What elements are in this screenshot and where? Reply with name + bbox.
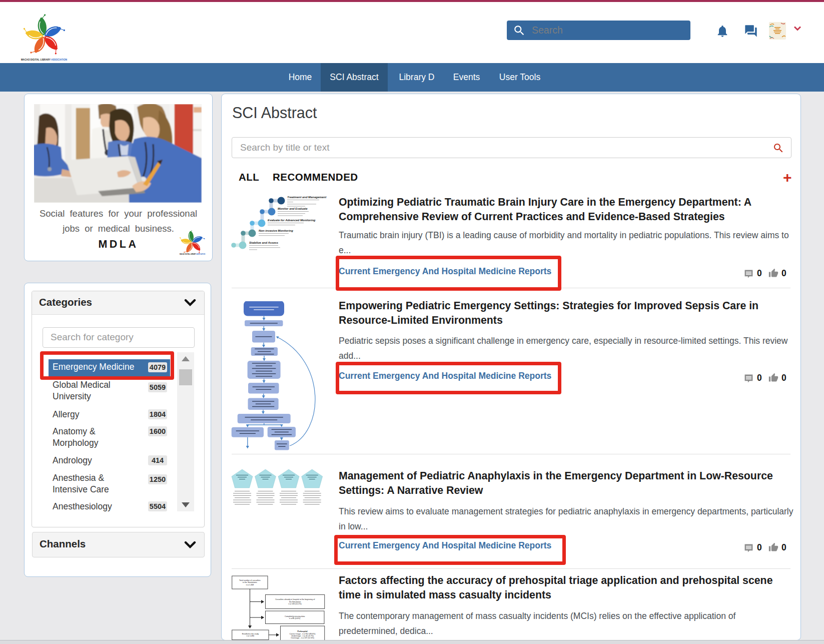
- svg-text:n = 1,090: n = 1,090: [247, 635, 254, 637]
- svg-text:Correct triage - n = 912 (83.6: Correct triage - n = 912 (83.6%): [290, 633, 316, 635]
- svg-text:Completely missing data: Completely missing data: [285, 615, 305, 617]
- svg-text:Total number of casualties: Total number of casualties: [239, 579, 261, 581]
- svg-text:in the Simulations: in the Simulations: [243, 581, 257, 583]
- svg-text:Monitor and Evaluate: Monitor and Evaluate: [278, 207, 308, 210]
- svg-text:the Simulation: the Simulation: [289, 601, 301, 603]
- svg-text:Treatment and Management: Treatment and Management: [287, 196, 327, 199]
- svg-text:n = 133 (10.1%): n = 133 (10.1%): [288, 603, 301, 605]
- svg-text:Casualties already in hospital: Casualties already in hospital at the be…: [275, 598, 315, 600]
- svg-text:n = 86 (6.6%): n = 86 (6.6%): [289, 617, 300, 619]
- svg-text:Non-invasive Monitoring: Non-invasive Monitoring: [259, 229, 293, 232]
- svg-text:Stabilize and Assess: Stabilize and Assess: [249, 241, 279, 244]
- svg-text:n = 1,308: n = 1,308: [246, 584, 254, 586]
- svg-text:Undertriage - n = 41 (3.7%): Undertriage - n = 41 (3.7%): [291, 635, 314, 637]
- svg-text:Evaluate for Advanced Monitori: Evaluate for Advanced Monitoring: [268, 219, 316, 222]
- svg-text:Prehospital: Prehospital: [298, 630, 308, 632]
- svg-text:Enrolled in the study: Enrolled in the study: [242, 633, 259, 635]
- svg-text:MACAO DIGITAL LIBRARY ASSOCIAT: MACAO DIGITAL LIBRARY ASSOCIATION: [180, 253, 205, 255]
- svg-text:MACAO DIGITAL LIBRARY ASSOCIAT: MACAO DIGITAL LIBRARY ASSOCIATION: [21, 59, 67, 61]
- svg-text:Overtriage - n = 137 (12.6%): Overtriage - n = 137 (12.6%): [291, 637, 314, 639]
